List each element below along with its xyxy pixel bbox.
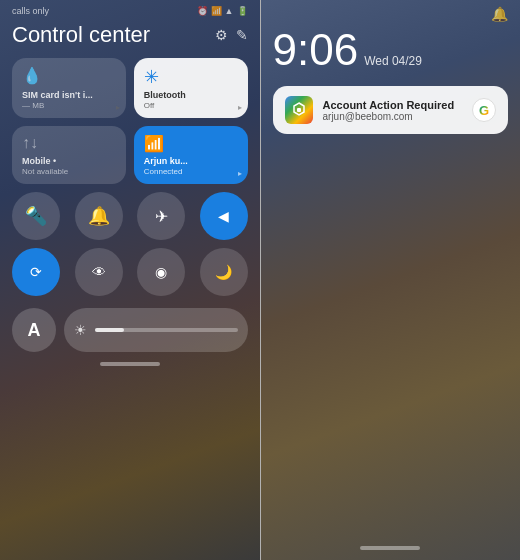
wifi-arrow: ▸	[238, 169, 242, 178]
flashlight-icon: 🔦	[25, 205, 47, 227]
mobile-icon: ↑↓	[22, 134, 116, 152]
google-icon: G	[472, 98, 496, 122]
sim-label: SIM card isn't i...	[22, 90, 116, 101]
icon-row-1: 🔦 🔔 ✈ ◀	[12, 192, 248, 240]
bluetooth-sublabel: Off	[144, 101, 238, 111]
time-display: 9:06	[273, 28, 359, 72]
sim-arrow: ▸	[116, 103, 120, 112]
moon-icon: 🌙	[215, 264, 232, 280]
airplane-button[interactable]: ✈	[137, 192, 185, 240]
status-bar-left: calls only ⏰ 📶 ▲ 🔋	[12, 0, 248, 20]
mobile-label: Mobile •	[22, 156, 116, 167]
header-actions: ⚙ ✎	[215, 27, 248, 43]
mobile-tile[interactable]: ↑↓ Mobile • Not available	[12, 126, 126, 184]
wifi-label: Arjun ku...	[144, 156, 238, 167]
sim-icon: 💧	[22, 66, 116, 85]
status-bar-right: 🔔	[273, 0, 509, 26]
control-title: Control center	[12, 22, 150, 48]
wifi-tile[interactable]: 📶 Arjun ku... Connected ▸	[134, 126, 248, 184]
bluetooth-tile[interactable]: ✳ Bluetooth Off ▸	[134, 58, 248, 118]
bell-button[interactable]: 🔔	[75, 192, 123, 240]
alarm-icon: ⏰	[197, 6, 208, 16]
tiles-row-1: 💧 SIM card isn't i... — MB ▸ ✳ Bluetooth…	[12, 58, 248, 118]
eye-button[interactable]: 👁	[75, 248, 123, 296]
notif-subtitle: arjun@beebom.com	[323, 111, 463, 122]
airplane-icon: ✈	[155, 207, 168, 226]
time-row: 9:06 Wed 04/29	[273, 28, 509, 72]
brightness-track	[95, 328, 238, 332]
sim-sublabel: — MB	[22, 101, 116, 111]
notif-content: Account Action Required arjun@beebom.com	[323, 99, 463, 122]
wifi-sublabel: Connected	[144, 167, 238, 177]
avatar-letter: A	[28, 320, 41, 341]
bottom-row: A ☀	[12, 308, 248, 352]
circle-dot-icon: ◉	[155, 264, 167, 280]
bluetooth-icon: ✳	[144, 66, 238, 88]
control-header: Control center ⚙ ✎	[12, 22, 248, 48]
location-button[interactable]: ◀	[200, 192, 248, 240]
edit-icon[interactable]: ✎	[236, 27, 248, 43]
signal-icon: 📶	[211, 6, 222, 16]
home-indicator-right	[360, 546, 420, 550]
right-panel: 🔔 9:06 Wed 04/29 Account Action Required…	[261, 0, 521, 560]
home-indicator-left	[100, 362, 160, 366]
battery-icon: 🔋	[237, 6, 248, 16]
eye-icon: 👁	[92, 264, 106, 280]
notif-app-icon	[285, 96, 313, 124]
wifi-status-icon: ▲	[225, 6, 234, 16]
mobile-sublabel: Not available	[22, 167, 116, 177]
date-display: Wed 04/29	[364, 54, 422, 68]
moon-button[interactable]: 🌙	[200, 248, 248, 296]
left-panel: calls only ⏰ 📶 ▲ 🔋 Control center ⚙ ✎ 💧 …	[0, 0, 260, 560]
bluetooth-arrow: ▸	[238, 103, 242, 112]
settings-icon[interactable]: ⚙	[215, 27, 228, 43]
brightness-control[interactable]: ☀	[64, 308, 248, 352]
notif-title: Account Action Required	[323, 99, 463, 111]
status-icons: ⏰ 📶 ▲ 🔋	[197, 6, 248, 16]
bluetooth-label: Bluetooth	[144, 90, 238, 101]
icon-row-2: ⟳ 👁 ◉ 🌙	[12, 248, 248, 296]
auto-rotate-button[interactable]: ⟳	[12, 248, 60, 296]
location-icon: ◀	[218, 208, 229, 224]
svg-rect-0	[297, 108, 301, 112]
notification-card[interactable]: Account Action Required arjun@beebom.com…	[273, 86, 509, 134]
notification-bell-icon: 🔔	[491, 6, 508, 22]
calls-only-label: calls only	[12, 6, 49, 16]
flashlight-button[interactable]: 🔦	[12, 192, 60, 240]
circle-dot-button[interactable]: ◉	[137, 248, 185, 296]
auto-rotate-icon: ⟳	[30, 264, 42, 280]
wifi-icon: 📶	[144, 134, 238, 153]
sim-card-tile[interactable]: 💧 SIM card isn't i... — MB ▸	[12, 58, 126, 118]
bell-icon: 🔔	[88, 205, 110, 227]
avatar-button[interactable]: A	[12, 308, 56, 352]
tiles-row-2: ↑↓ Mobile • Not available 📶 Arjun ku... …	[12, 126, 248, 184]
brightness-icon: ☀	[74, 322, 87, 338]
brightness-fill	[95, 328, 124, 332]
google-letter: G	[479, 103, 489, 118]
